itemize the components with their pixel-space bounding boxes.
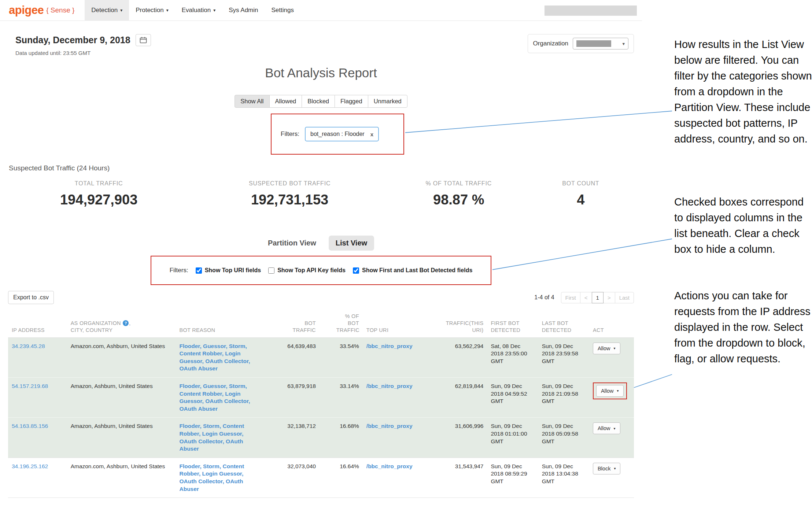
nav-item-protection[interactable]: Protection ▾ <box>129 0 175 21</box>
stat-label: SUSPECTED BOT TRAFFIC <box>189 180 390 187</box>
nav-item-settings[interactable]: Settings <box>265 0 300 21</box>
stat-value: 4 <box>528 192 634 208</box>
bot-reason-link[interactable]: Login Guessor <box>202 430 242 437</box>
bot-reason-link[interactable]: OAuth Abuser <box>179 406 217 412</box>
checkbox-show-first-last-detected[interactable]: Show First and Last Bot Detected fields <box>353 267 472 274</box>
pagination-prev-button[interactable]: < <box>580 292 592 303</box>
pct-bot-traffic-cell: 33.54% <box>320 337 363 377</box>
date-block: Sunday, December 9, 2018 Data updated un… <box>8 34 151 56</box>
pct-bot-traffic-cell: 16.68% <box>320 418 363 458</box>
ip-address-link[interactable]: 34.239.45.28 <box>12 343 45 349</box>
first-bot-detected-cell: Sun, 09 Dec 2018 08:59:29 GMT <box>487 458 538 498</box>
as-organization-cell: Amazon, Ashburn, United States <box>67 377 176 417</box>
page-title: Bot Analysis Report <box>8 66 634 80</box>
stat-value: 98.87 % <box>390 192 528 208</box>
pagination-last-button[interactable]: Last <box>615 292 634 303</box>
ip-address-link[interactable]: 54.163.85.156 <box>12 423 48 429</box>
info-icon[interactable]: ? <box>123 320 129 326</box>
top-uri-link[interactable]: /bbc_nitro_proxy <box>366 343 413 349</box>
action-dropdown[interactable]: Block ▾ <box>593 463 621 474</box>
action-dropdown[interactable]: Allow ▾ <box>593 343 620 354</box>
bot-reason-link[interactable]: Storm <box>229 383 246 389</box>
organization-dropdown[interactable]: ▾ <box>573 38 628 49</box>
stat-value: 192,731,153 <box>189 192 390 208</box>
bot-reason-link[interactable]: Storm <box>203 463 219 469</box>
calendar-icon <box>140 37 147 44</box>
ip-address-link[interactable]: 54.157.219.68 <box>12 383 48 389</box>
action-dropdown[interactable]: Allow ▾ <box>593 422 620 434</box>
first-bot-detected-cell: Sat, 08 Dec 2018 23:55:00 GMT <box>487 337 538 377</box>
traffic-this-uri-cell: 31,606,996 <box>421 418 487 458</box>
apigee-logo[interactable]: apigee <box>9 4 44 17</box>
bot-reason-link[interactable]: Content Robber <box>179 350 222 356</box>
bot-reason-link[interactable]: OAuth Collector <box>205 358 248 364</box>
pagination-page-button[interactable]: 1 <box>592 292 604 303</box>
bot-reason-link[interactable]: OAuth Abuser <box>179 365 217 371</box>
checkbox-input[interactable] <box>196 267 202 274</box>
stat-label: TOTAL TRAFFIC <box>8 180 189 187</box>
bot-reason-link[interactable]: Flooder <box>179 343 200 349</box>
pagination-first-button[interactable]: First <box>561 292 580 303</box>
stats-section-label: Suspected Bot Traffic (24 Hours) <box>9 164 634 172</box>
bot-reason-cell: Flooder, Storm, Content Robber, Login Gu… <box>176 458 257 498</box>
caret-down-icon: ▾ <box>120 8 122 12</box>
last-bot-detected-cell: Sun, 09 Dec 2018 23:59:58 GMT <box>538 337 589 377</box>
table-toolbar: Export to .csv 1-4 of 4 First < 1 > Last <box>8 291 634 304</box>
stat-value: 194,927,903 <box>8 192 189 208</box>
nav-item-detection[interactable]: Detection ▾ <box>85 0 129 21</box>
bot-reason-link[interactable]: Flooder <box>179 423 200 429</box>
action-dropdown[interactable]: Allow ▾ <box>596 385 624 397</box>
caret-down-icon: ▾ <box>614 346 616 350</box>
calendar-button[interactable] <box>136 34 151 46</box>
col-header-top-uri: TOP URI <box>363 311 421 337</box>
nav-item-label: Detection <box>91 7 118 14</box>
filters-label: Filters: <box>281 130 299 138</box>
checkbox-input[interactable] <box>268 267 274 274</box>
nav-item-evaluation[interactable]: Evaluation ▾ <box>175 0 222 21</box>
tab-flagged[interactable]: Flagged <box>335 95 368 108</box>
ip-address-link[interactable]: 34.196.25.162 <box>12 463 48 469</box>
bot-reason-link[interactable]: OAuth Collector <box>179 478 222 484</box>
bot-reason-link[interactable]: OAuth Collector <box>179 438 222 444</box>
table-row: 34.239.45.28 Amazon.com, Ashburn, United… <box>8 337 634 377</box>
nav-item-sys-admin[interactable]: Sys Admin <box>222 0 265 21</box>
bot-reason-cell: Flooder, Guessor, Storm, Content Robber,… <box>176 337 257 377</box>
checkbox-input[interactable] <box>353 267 359 274</box>
bot-reason-link[interactable]: Guessor <box>203 343 226 349</box>
tab-blocked[interactable]: Blocked <box>302 95 335 108</box>
bot-reason-link[interactable]: Flooder <box>179 463 200 469</box>
sense-logo-suffix: { Sense } <box>46 6 74 14</box>
top-uri-link[interactable]: /bbc_nitro_proxy <box>366 383 413 389</box>
app-root: apigee { Sense } Detection ▾ Protection … <box>0 0 812 525</box>
annotation-highlight-box: Filters: Show Top URI fields Show Top AP… <box>151 256 491 285</box>
tab-partition-view[interactable]: Partition View <box>268 239 316 247</box>
pagination-range: 1-4 of 4 <box>534 294 554 301</box>
bot-reason-link[interactable]: Flooder <box>179 383 200 389</box>
pagination: 1-4 of 4 First < 1 > Last <box>534 292 634 303</box>
top-uri-link[interactable]: /bbc_nitro_proxy <box>366 423 413 429</box>
top-uri-link[interactable]: /bbc_nitro_proxy <box>366 463 413 469</box>
bot-reason-link[interactable]: Storm <box>229 343 246 349</box>
checkbox-show-top-api-key[interactable]: Show Top API Key fields <box>268 267 346 274</box>
table-row: 54.157.219.68 Amazon, Ashburn, United St… <box>8 377 634 417</box>
stat-label: BOT COUNT <box>528 180 634 187</box>
bot-reason-link[interactable]: OAuth Collector <box>205 398 248 404</box>
bot-reason-link[interactable]: Login Guessor <box>202 470 242 477</box>
pagination-next-button[interactable]: > <box>603 292 615 303</box>
close-icon[interactable]: x <box>370 131 373 137</box>
bot-reason-link[interactable]: Storm <box>203 423 219 429</box>
caret-down-icon: ▾ <box>622 41 625 47</box>
bot-reason-link[interactable]: Guessor <box>203 383 226 389</box>
tab-allowed[interactable]: Allowed <box>269 95 302 108</box>
caret-down-icon: ▾ <box>166 8 169 12</box>
action-label: Allow <box>598 425 610 431</box>
checkbox-show-top-uri[interactable]: Show Top URI fields <box>196 267 261 274</box>
tab-list-view[interactable]: List View <box>329 236 374 251</box>
tab-show-all[interactable]: Show All <box>235 95 269 108</box>
tab-unmarked[interactable]: Unmarked <box>368 95 407 108</box>
bot-reason-link[interactable]: Content Robber <box>179 391 222 397</box>
caret-down-icon: ▾ <box>614 466 616 470</box>
col-header-as-organization: AS ORGANIZATION ?,CITY, COUNTRY <box>67 311 176 337</box>
filter-chip[interactable]: bot_reason : Flooder x <box>305 127 379 141</box>
export-csv-button[interactable]: Export to .csv <box>8 291 54 304</box>
